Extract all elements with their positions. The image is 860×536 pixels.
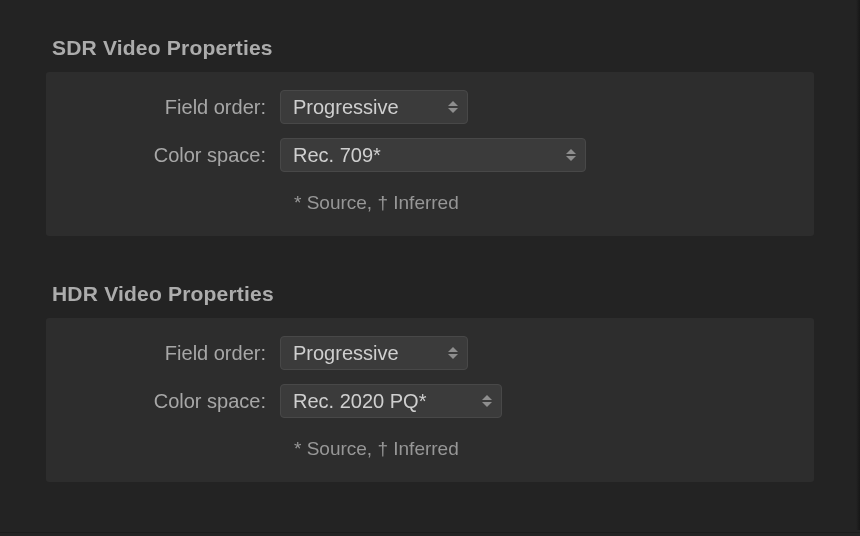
hdr-field-order-value: Progressive: [293, 343, 399, 363]
sdr-section: Field order: Progressive Color space: Re…: [46, 72, 814, 236]
hdr-field-order-popup[interactable]: Progressive: [280, 336, 468, 370]
hdr-color-space-value: Rec. 2020 PQ*: [293, 391, 426, 411]
sdr-field-order-value: Progressive: [293, 97, 399, 117]
hdr-color-space-popup[interactable]: Rec. 2020 PQ*: [280, 384, 502, 418]
updown-icon: [565, 149, 577, 161]
sdr-color-space-popup[interactable]: Rec. 709*: [280, 138, 586, 172]
video-properties-panel: SDR Video Properties Field order: Progre…: [0, 0, 860, 536]
hdr-field-order-row: Field order: Progressive: [72, 336, 788, 370]
hdr-color-space-label: Color space:: [72, 390, 280, 413]
updown-icon: [447, 347, 459, 359]
sdr-color-space-label: Color space:: [72, 144, 280, 167]
sdr-field-order-label: Field order:: [72, 96, 280, 119]
hdr-footnote: * Source, † Inferred: [280, 432, 788, 460]
sdr-section-title: SDR Video Properties: [46, 36, 814, 60]
sdr-field-order-row: Field order: Progressive: [72, 90, 788, 124]
hdr-section: Field order: Progressive Color space: Re…: [46, 318, 814, 482]
sdr-field-order-popup[interactable]: Progressive: [280, 90, 468, 124]
hdr-section-title: HDR Video Properties: [46, 282, 814, 306]
sdr-color-space-row: Color space: Rec. 709*: [72, 138, 788, 172]
hdr-field-order-label: Field order:: [72, 342, 280, 365]
sdr-footnote: * Source, † Inferred: [280, 186, 788, 214]
sdr-color-space-value: Rec. 709*: [293, 145, 381, 165]
updown-icon: [481, 395, 493, 407]
updown-icon: [447, 101, 459, 113]
hdr-color-space-row: Color space: Rec. 2020 PQ*: [72, 384, 788, 418]
